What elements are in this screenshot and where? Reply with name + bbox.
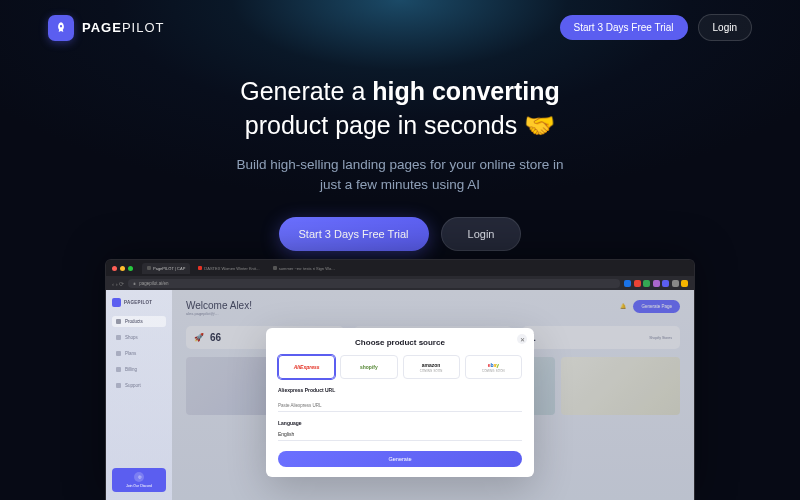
browser-tabbar: PagePILOT | CAP DASTEX Women Winter Knit… xyxy=(106,260,694,276)
support-icon xyxy=(116,383,121,388)
coming-soon-label: COMING SOON xyxy=(420,369,443,373)
extension-icons xyxy=(624,280,688,287)
language-label: Language xyxy=(278,420,522,426)
header-login-button[interactable]: Login xyxy=(698,14,752,41)
modal-title: Choose product source xyxy=(278,338,522,347)
app-logo-text: PAGEPILOT xyxy=(124,300,152,305)
extension-icon[interactable] xyxy=(672,280,679,287)
sidebar-item-products[interactable]: Products xyxy=(112,316,166,327)
zoom-dot xyxy=(128,266,133,271)
browser-mockup: PagePILOT | CAP DASTEX Women Winter Knit… xyxy=(105,259,695,500)
product-source-modal: ✕ Choose product source AliExpress shopi… xyxy=(266,328,534,477)
discord-button[interactable]: ◎ Join Our Discord xyxy=(112,468,166,492)
browser-addressbar: ‹ › ⟳ pagepilot.ai/en xyxy=(106,276,694,290)
source-shopify[interactable]: shopify xyxy=(340,355,397,379)
header-trial-button[interactable]: Start 3 Days Free Trial xyxy=(560,15,688,40)
sidebar-item-shops[interactable]: Shops xyxy=(112,332,166,343)
svg-rect-0 xyxy=(134,283,136,285)
amazon-logo: amazon xyxy=(422,362,441,368)
browser-tab[interactable]: DASTEX Women Winter Knit… xyxy=(193,263,265,274)
shopify-logo: shopify xyxy=(360,364,378,370)
traffic-lights xyxy=(112,266,133,271)
tab-favicon xyxy=(273,266,277,270)
close-icon[interactable]: ✕ xyxy=(517,334,527,344)
source-ebay[interactable]: ebay COMING SOON xyxy=(465,355,522,379)
header-actions: Start 3 Days Free Trial Login xyxy=(560,14,753,41)
handshake-emoji: 🤝 xyxy=(524,111,555,139)
hero-login-button[interactable]: Login xyxy=(441,217,522,251)
discord-icon: ◎ xyxy=(134,472,144,482)
url-input[interactable]: pagepilot.ai/en xyxy=(128,279,620,288)
source-aliexpress[interactable]: AliExpress xyxy=(278,355,335,379)
product-url-input[interactable] xyxy=(278,400,522,412)
url-label: Aliexpress Product URL xyxy=(278,387,522,393)
extension-icon[interactable] xyxy=(681,280,688,287)
shop-icon xyxy=(116,335,121,340)
app-viewport: PAGEPILOT Products Shops Plans Billing S… xyxy=(106,290,694,500)
browser-tab[interactable]: summer ~ex: tests ri Sign Wo… xyxy=(268,263,340,274)
extension-icon[interactable] xyxy=(653,280,660,287)
nav-arrows[interactable]: ‹ › ⟳ xyxy=(112,280,124,287)
language-select[interactable]: English xyxy=(278,428,522,441)
logo-text: PAGEPILOT xyxy=(82,20,164,35)
extension-icon[interactable] xyxy=(643,280,650,287)
hero-title: Generate a high converting product page … xyxy=(40,75,760,143)
ebay-logo: ebay xyxy=(488,362,499,368)
billing-icon xyxy=(116,367,121,372)
tab-favicon xyxy=(147,266,151,270)
extension-icon[interactable] xyxy=(634,280,641,287)
hero-subtitle: Build high-selling landing pages for you… xyxy=(40,155,760,196)
app-sidebar: PAGEPILOT Products Shops Plans Billing S… xyxy=(106,290,172,500)
hero: Generate a high converting product page … xyxy=(0,41,800,269)
sidebar-item-plans[interactable]: Plans xyxy=(112,348,166,359)
rocket-icon xyxy=(112,298,121,307)
source-options: AliExpress shopify amazon COMING SOON eb… xyxy=(278,355,522,379)
box-icon xyxy=(116,319,121,324)
extension-icon[interactable] xyxy=(662,280,669,287)
aliexpress-logo: AliExpress xyxy=(294,364,320,370)
hero-actions: Start 3 Days Free Trial Login xyxy=(40,217,760,251)
close-dot xyxy=(112,266,117,271)
lock-icon xyxy=(133,282,136,285)
logo[interactable]: PAGEPILOT xyxy=(48,15,164,41)
rocket-icon xyxy=(48,15,74,41)
browser-tab[interactable]: PagePILOT | CAP xyxy=(142,263,190,274)
minimize-dot xyxy=(120,266,125,271)
source-amazon[interactable]: amazon COMING SOON xyxy=(403,355,460,379)
generate-button[interactable]: Generate xyxy=(278,451,522,467)
sidebar-item-support[interactable]: Support xyxy=(112,380,166,391)
hero-trial-button[interactable]: Start 3 Days Free Trial xyxy=(279,217,429,251)
coming-soon-label: COMING SOON xyxy=(482,369,505,373)
plans-icon xyxy=(116,351,121,356)
sidebar-item-billing[interactable]: Billing xyxy=(112,364,166,375)
app-logo[interactable]: PAGEPILOT xyxy=(112,298,166,307)
tab-favicon xyxy=(198,266,202,270)
extension-icon[interactable] xyxy=(624,280,631,287)
site-header: PAGEPILOT Start 3 Days Free Trial Login xyxy=(0,0,800,41)
